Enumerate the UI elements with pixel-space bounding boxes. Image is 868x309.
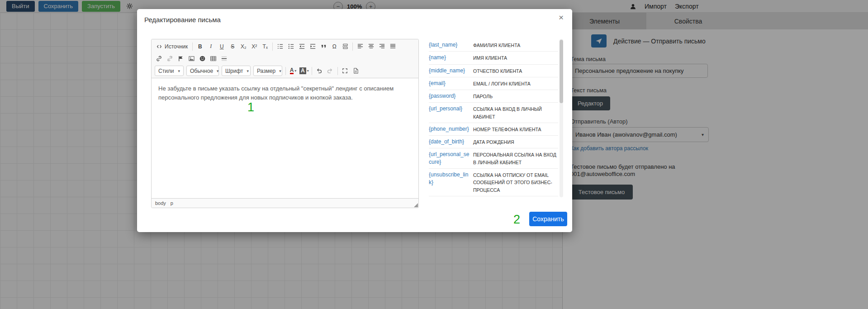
chevron-down-icon: ▾: [307, 69, 309, 73]
size-combo[interactable]: Размер ▾: [253, 66, 282, 76]
app-root: Выйти Сохранить Запустить − 100% + Импор…: [0, 0, 868, 309]
superscript-button[interactable]: X²: [249, 41, 260, 52]
styles-combo-label: Стили: [158, 68, 174, 74]
italic-button[interactable]: I: [205, 41, 216, 52]
variable-link[interactable]: {email}: [429, 80, 473, 87]
strikethrough-button[interactable]: S: [227, 41, 238, 52]
chevron-down-icon: ▾: [294, 69, 296, 73]
variable-row: {url_personal_secure} ПЕРСОНАЛЬНАЯ ССЫЛК…: [429, 148, 558, 169]
outdent-button[interactable]: [296, 41, 307, 52]
modal-title: Редактирование письма: [144, 16, 221, 24]
variable-link[interactable]: {middle_name}: [429, 67, 473, 75]
numbered-list-button[interactable]: [275, 41, 285, 52]
variable-link[interactable]: {name}: [429, 54, 473, 62]
variables-scrollbar[interactable]: [560, 39, 563, 197]
editor-statusbar: body p: [152, 198, 418, 208]
variable-row: {date_of_birth} ДАТА РОЖДЕНИЯ: [429, 136, 558, 148]
underline-button[interactable]: U: [216, 41, 227, 52]
size-combo-label: Размер: [257, 68, 275, 74]
bold-button[interactable]: B: [194, 41, 205, 52]
undo-button[interactable]: [314, 66, 325, 76]
variable-row: {name} ИМЯ КЛИЕНТА: [429, 52, 558, 64]
variable-row: {unsubscribe_link} ССЫЛКА НА ОТПИСКУ ОТ …: [429, 169, 558, 196]
close-icon[interactable]: ×: [556, 13, 566, 22]
anchor-flag-button[interactable]: [175, 53, 186, 64]
page-break-button[interactable]: [340, 41, 351, 52]
maximize-button[interactable]: [340, 66, 351, 76]
annotation-1: 1: [247, 98, 254, 117]
rich-text-editor: Источник B I U S X₂ X² Tₓ: [151, 39, 419, 208]
source-button-label: Источник: [165, 43, 188, 50]
variable-link[interactable]: {url_personal_secure}: [429, 151, 473, 166]
align-right-button[interactable]: [376, 41, 387, 52]
horizontal-rule-button[interactable]: [218, 53, 229, 64]
special-char-button[interactable]: Ω: [329, 41, 340, 52]
variable-description: ДАТА РОЖДЕНИЯ: [473, 138, 558, 146]
text-color-letter: A: [290, 67, 294, 74]
element-path-p[interactable]: p: [171, 200, 173, 206]
blockquote-button[interactable]: [318, 41, 329, 52]
subscript-button[interactable]: X₂: [238, 41, 249, 52]
scrollbar-thumb[interactable]: [560, 40, 563, 103]
variable-row: {last_name} ФАМИЛИЯ КЛИЕНТА: [429, 39, 558, 52]
align-left-button[interactable]: [355, 41, 365, 52]
source-button[interactable]: Источник: [153, 41, 190, 52]
email-body-text: Не забудьте в письме указать ссылку на о…: [158, 84, 403, 102]
variable-link[interactable]: {url_personal}: [429, 105, 473, 113]
element-path-body[interactable]: body: [155, 200, 166, 206]
variable-link[interactable]: {phone_number}: [429, 125, 473, 133]
variables-panel: {last_name} ФАМИЛИЯ КЛИЕНТА {name} ИМЯ К…: [429, 39, 558, 197]
chevron-down-icon: ▾: [279, 69, 281, 73]
variable-description: ИМЯ КЛИЕНТА: [473, 54, 558, 62]
annotation-2: 2: [513, 213, 520, 227]
chevron-down-icon: ▾: [217, 69, 219, 73]
variable-row: {email} EMAIL / ЛОГИН КЛИЕНТА: [429, 77, 558, 90]
text-color-button[interactable]: A ▾: [288, 66, 299, 76]
variable-link[interactable]: {date_of_birth}: [429, 138, 473, 146]
align-justify-button[interactable]: [387, 41, 398, 52]
variable-link[interactable]: {unsubscribe_link}: [429, 171, 473, 186]
smiley-button[interactable]: [197, 53, 208, 64]
variable-row: {url_personal} ССЫЛКА НА ВХОД В ЛИЧНЫЙ К…: [429, 103, 558, 123]
variable-description: EMAIL / ЛОГИН КЛИЕНТА: [473, 80, 558, 87]
chevron-down-icon: ▾: [178, 69, 180, 73]
variable-description: НОМЕР ТЕЛЕФОНА КЛИЕНТА: [473, 125, 558, 133]
chevron-down-icon: ▾: [247, 69, 249, 73]
variable-link[interactable]: {password}: [429, 92, 473, 100]
variable-row: {today} ТЕКУЩАЯ ДАТА: [429, 196, 558, 197]
preview-button[interactable]: [351, 66, 361, 76]
image-button[interactable]: [186, 53, 197, 64]
variable-link[interactable]: {last_name}: [429, 41, 473, 49]
variable-row: {middle_name} ОТЧЕСТВО КЛИЕНТА: [429, 65, 558, 77]
background-color-letter: A: [299, 67, 306, 75]
table-button[interactable]: [208, 53, 218, 64]
variable-description: ССЫЛКА НА ОТПИСКУ ОТ EMAIL СООБЩЕНИЙ ОТ …: [473, 171, 558, 194]
background-color-button[interactable]: A ▾: [299, 66, 310, 76]
format-combo-label: Обычное: [190, 68, 213, 74]
variable-description: ФАМИЛИЯ КЛИЕНТА: [473, 41, 558, 49]
format-combo[interactable]: Обычное ▾: [186, 66, 219, 76]
variable-description: ОТЧЕСТВО КЛИЕНТА: [473, 67, 558, 75]
indent-button[interactable]: [307, 41, 318, 52]
variable-description: ССЫЛКА НА ВХОД В ЛИЧНЫЙ КАБИНЕТ: [473, 105, 558, 120]
font-combo[interactable]: Шрифт ▾: [222, 66, 251, 76]
variables-list: {last_name} ФАМИЛИЯ КЛИЕНТА {name} ИМЯ К…: [429, 39, 558, 197]
remove-format-button[interactable]: Tₓ: [260, 41, 270, 52]
redo-button[interactable]: [325, 66, 336, 76]
editor-content[interactable]: Не забудьте в письме указать ссылку на о…: [152, 78, 418, 198]
variable-description: ПАРОЛЬ: [473, 92, 558, 100]
edit-email-modal: Редактирование письма × Источник B I U S…: [137, 9, 572, 232]
editor-toolbar: Источник B I U S X₂ X² Tₓ: [152, 39, 418, 78]
unlink-button[interactable]: [164, 53, 175, 64]
editor-resize-handle[interactable]: [414, 203, 418, 207]
bulleted-list-button[interactable]: [285, 41, 296, 52]
modal-save-button[interactable]: Сохранить: [529, 212, 567, 226]
styles-combo[interactable]: Стили ▾: [155, 66, 184, 76]
link-button[interactable]: [153, 53, 164, 64]
variable-row: {phone_number} НОМЕР ТЕЛЕФОНА КЛИЕНТА: [429, 123, 558, 136]
variable-row: {password} ПАРОЛЬ: [429, 90, 558, 103]
font-combo-label: Шрифт: [225, 68, 243, 74]
align-center-button[interactable]: [365, 41, 376, 52]
variable-description: ПЕРСОНАЛЬНАЯ ССЫЛКА НА ВХОД В ЛИЧНЫЙ КАБ…: [473, 151, 558, 166]
